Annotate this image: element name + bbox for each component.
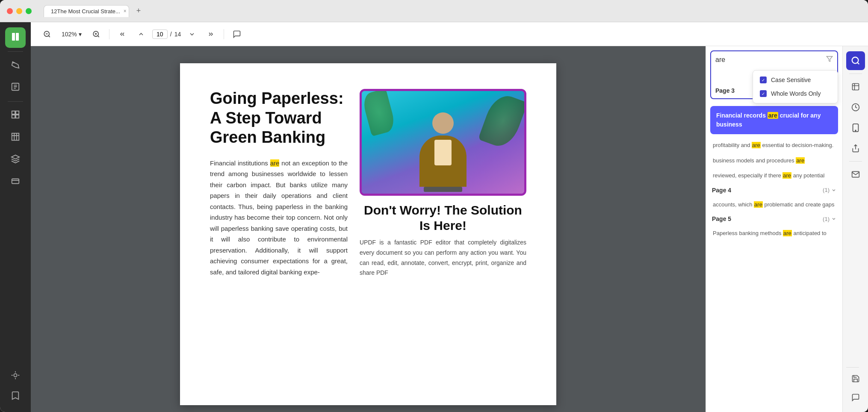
sidebar-item-layers[interactable] bbox=[5, 150, 26, 170]
highlight-are-6: are bbox=[783, 230, 792, 236]
nav-next-button[interactable] bbox=[184, 26, 200, 42]
page-separator: / bbox=[170, 31, 172, 38]
pdf-page: Going Paperless:A Step TowardGreen Banki… bbox=[180, 63, 556, 405]
svg-rect-14 bbox=[852, 84, 859, 90]
result-item-profitability[interactable]: profitability and are essential to decis… bbox=[706, 138, 842, 153]
new-tab-button[interactable]: + bbox=[133, 5, 145, 17]
content-area: Going Paperless:A Step TowardGreen Banki… bbox=[31, 46, 868, 412]
traffic-lights bbox=[7, 8, 32, 14]
share-toolbar-button[interactable] bbox=[846, 139, 865, 158]
stack-icon bbox=[11, 177, 20, 188]
case-sensitive-option[interactable]: ✓ Case Sensitive bbox=[753, 73, 838, 87]
left-sidebar bbox=[0, 22, 31, 412]
save-toolbar-button[interactable] bbox=[846, 369, 865, 388]
table-icon bbox=[11, 132, 20, 144]
svg-point-13 bbox=[852, 57, 858, 64]
page3-label-inline: Page 3 bbox=[715, 87, 735, 94]
tab-close-button[interactable]: × bbox=[124, 8, 127, 14]
whole-words-checkbox[interactable]: ✓ bbox=[760, 90, 767, 97]
app-window: 12The Most Crucial Strate... × + bbox=[0, 0, 868, 412]
pdf-subtitle: Don't Worry! The Solution Is Here! bbox=[360, 203, 526, 233]
case-sensitive-checkbox[interactable]: ✓ bbox=[760, 77, 767, 83]
search-input[interactable] bbox=[715, 56, 824, 64]
zoom-display[interactable]: 102% ▾ bbox=[58, 29, 85, 39]
pdf-left-column: Going Paperless:A Step TowardGreen Banki… bbox=[210, 89, 348, 277]
sidebar-item-edit[interactable] bbox=[5, 77, 26, 98]
search-panel: ✓ Case Sensitive ✓ Whole Words Only Page… bbox=[706, 46, 842, 412]
svg-rect-6 bbox=[16, 115, 19, 118]
case-sensitive-label: Case Sensitive bbox=[771, 77, 811, 83]
filter-dropdown: ✓ Case Sensitive ✓ Whole Words Only bbox=[753, 70, 838, 103]
page4-count: (1) bbox=[823, 187, 830, 193]
chat-toolbar-button[interactable] bbox=[846, 388, 865, 407]
result-item-reviewed[interactable]: reviewed, especially if there are any po… bbox=[706, 168, 842, 183]
maximize-button[interactable] bbox=[26, 8, 32, 14]
search-input-row bbox=[715, 56, 833, 64]
page5-header: Page 5 (1) bbox=[706, 212, 842, 226]
zoom-in-button[interactable] bbox=[89, 26, 104, 42]
search-results-list[interactable]: Financial records are crucial for any bu… bbox=[706, 99, 842, 412]
zoom-chevron-icon: ▾ bbox=[79, 31, 82, 38]
zoom-out-button[interactable] bbox=[39, 26, 55, 42]
nav-last-button[interactable] bbox=[203, 26, 218, 42]
highlight-are-2: are bbox=[752, 142, 761, 148]
page4-collapse-button[interactable] bbox=[831, 188, 836, 193]
sidebar-item-layout[interactable] bbox=[5, 105, 26, 126]
layers2-icon bbox=[11, 371, 20, 382]
nav-first-button[interactable] bbox=[115, 26, 130, 42]
tab-bar: 12The Most Crucial Strate... × + bbox=[44, 5, 145, 17]
toolbar: 102% ▾ / 14 bbox=[31, 22, 868, 46]
highlight-are-4: are bbox=[782, 172, 791, 179]
highlight-are-3: are bbox=[796, 157, 805, 164]
svg-rect-4 bbox=[16, 111, 19, 114]
edit-icon bbox=[11, 82, 20, 94]
right-toolbar bbox=[842, 46, 868, 412]
right-toolbar-bottom bbox=[846, 365, 865, 407]
layout-icon bbox=[11, 110, 20, 121]
pdf-right-column: Don't Worry! The Solution Is Here! UPDF … bbox=[360, 89, 526, 278]
highlight-are-active: are bbox=[768, 112, 778, 119]
sidebar-divider-2 bbox=[8, 101, 23, 102]
search-filter-icon[interactable] bbox=[826, 56, 833, 64]
page4-label: Page 4 bbox=[712, 187, 731, 194]
mail-toolbar-button[interactable] bbox=[846, 165, 865, 184]
mobile-toolbar-button[interactable] bbox=[846, 118, 865, 137]
pdf-body-paragraph: Financial institutions are not an except… bbox=[210, 158, 348, 278]
whole-words-option[interactable]: ✓ Whole Words Only bbox=[753, 87, 838, 100]
pdf-viewer[interactable]: Going Paperless:A Step TowardGreen Banki… bbox=[31, 46, 706, 412]
page5-label: Page 5 bbox=[712, 215, 731, 222]
history-toolbar-button[interactable] bbox=[846, 98, 865, 117]
minimize-button[interactable] bbox=[16, 8, 22, 14]
close-button[interactable] bbox=[7, 8, 13, 14]
ocr-toolbar-button[interactable] bbox=[846, 77, 865, 96]
svg-rect-7 bbox=[12, 133, 19, 140]
bookmark-icon bbox=[11, 391, 20, 403]
sidebar-item-stack[interactable] bbox=[5, 172, 26, 192]
page-number-input[interactable] bbox=[152, 29, 168, 39]
nav-prev-button[interactable] bbox=[133, 26, 149, 42]
result-item-accounts[interactable]: accounts, which are problematic and crea… bbox=[706, 197, 842, 212]
highlight-are-5: are bbox=[754, 201, 763, 208]
zoom-level-text: 102% bbox=[62, 31, 77, 38]
result-item-paperless-banking[interactable]: Paperless banking methods are anticipate… bbox=[706, 226, 842, 241]
comment-button[interactable] bbox=[229, 26, 245, 42]
sidebar-item-book[interactable] bbox=[5, 27, 26, 48]
sidebar-item-stack2[interactable] bbox=[5, 366, 26, 386]
active-tab[interactable]: 12The Most Crucial Strate... × bbox=[44, 5, 129, 17]
svg-rect-1 bbox=[16, 33, 19, 41]
page4-controls: (1) bbox=[823, 187, 836, 193]
svg-rect-0 bbox=[12, 33, 15, 41]
active-result-card[interactable]: Financial records are crucial for any bu… bbox=[710, 106, 838, 134]
page-navigation: / 14 bbox=[152, 29, 181, 39]
page5-collapse-button[interactable] bbox=[831, 216, 836, 221]
search-toolbar-button[interactable] bbox=[846, 51, 865, 70]
page-total: 14 bbox=[174, 31, 181, 38]
sidebar-item-table[interactable] bbox=[5, 127, 26, 148]
pdf-image bbox=[360, 89, 526, 196]
main-layout: 102% ▾ / 14 bbox=[0, 22, 868, 412]
svg-point-9 bbox=[14, 374, 17, 377]
sidebar-item-pen[interactable] bbox=[5, 55, 26, 76]
sidebar-item-bookmark[interactable] bbox=[5, 386, 26, 407]
result-item-business-models[interactable]: business models and procedures are bbox=[706, 153, 842, 168]
layers-icon bbox=[11, 154, 20, 166]
